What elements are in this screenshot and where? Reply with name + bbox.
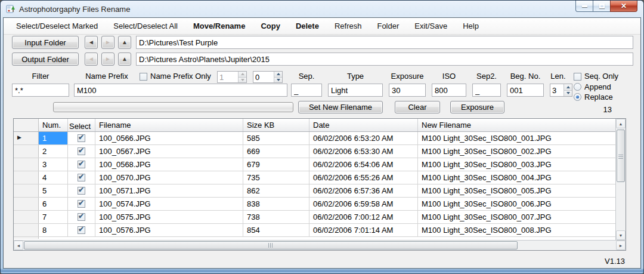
- cell-select[interactable]: [68, 171, 95, 184]
- menu-move-rename[interactable]: Move/Rename: [185, 19, 253, 33]
- menu-help[interactable]: Help: [455, 19, 487, 33]
- cell-date[interactable]: 06/02/2006 6:59:58 AM: [309, 198, 418, 210]
- cell-new-filename[interactable]: M100 Light_30Sec_ISO800_006.JPG: [418, 198, 615, 210]
- cell-new-filename[interactable]: M100 Light_30Sec_ISO800_004.JPG: [418, 171, 615, 184]
- menu-select-deselect-all[interactable]: Select/Deselect All: [106, 19, 185, 33]
- spinner-up-icon[interactable]: [564, 84, 572, 90]
- row-selector[interactable]: [14, 171, 39, 184]
- prefix-num1-spinner[interactable]: [217, 71, 247, 83]
- checkbox-checked-icon[interactable]: [78, 187, 85, 195]
- cell-date[interactable]: 06/02/2006 6:57:36 AM: [309, 184, 418, 197]
- output-up-button[interactable]: ▲: [118, 53, 131, 66]
- cell-filename[interactable]: 100_0568.JPG: [95, 158, 243, 171]
- horizontal-scrollbar[interactable]: ◄ ►: [14, 240, 626, 250]
- cell-select[interactable]: [68, 211, 95, 223]
- cell-size-kb[interactable]: 738: [243, 211, 309, 223]
- row-selector[interactable]: [14, 224, 39, 236]
- cell-new-filename[interactable]: M100 Light_30Sec_ISO800_001.JPG: [418, 132, 615, 144]
- replace-radio[interactable]: [574, 93, 581, 101]
- scroll-left-icon[interactable]: ◄: [14, 241, 23, 250]
- cell-new-filename[interactable]: M100 Light_30Sec_ISO800_002.JPG: [418, 145, 615, 158]
- cell-num[interactable]: 3: [39, 158, 68, 171]
- sep-input[interactable]: [291, 84, 322, 97]
- clear-button[interactable]: Clear: [395, 101, 440, 113]
- output-folder-path[interactable]: [136, 53, 633, 66]
- len-spinner[interactable]: [550, 84, 572, 97]
- beg-no-input[interactable]: [507, 84, 544, 97]
- cell-date[interactable]: 06/02/2006 7:01:14 AM: [309, 224, 418, 236]
- cell-new-filename[interactable]: M100 Light_30Sec_ISO800_005.JPG: [418, 184, 615, 197]
- scroll-down-icon[interactable]: ▼: [616, 230, 626, 240]
- type-input[interactable]: [328, 84, 383, 97]
- vertical-scroll-track[interactable]: [616, 128, 626, 230]
- cell-new-filename[interactable]: M100 Light_30Sec_ISO800_007.JPG: [418, 211, 615, 223]
- name-prefix-input[interactable]: [74, 84, 287, 97]
- cell-num[interactable]: 1: [39, 132, 68, 144]
- row-selector[interactable]: [14, 198, 39, 210]
- cell-filename[interactable]: 100_0571.JPG: [95, 184, 243, 197]
- spinner-down-icon[interactable]: [274, 77, 282, 83]
- cell-size-kb[interactable]: 585: [243, 132, 309, 144]
- menu-select-deselect-marked[interactable]: Select/Deselect Marked: [8, 19, 106, 33]
- maximize-button[interactable]: [593, 1, 611, 12]
- append-radio[interactable]: [574, 83, 581, 91]
- cell-num[interactable]: 7: [39, 211, 68, 223]
- checkbox-checked-icon[interactable]: [78, 161, 85, 168]
- scroll-up-icon[interactable]: ▲: [616, 119, 626, 128]
- cell-size-kb[interactable]: 838: [243, 198, 309, 210]
- minimize-button[interactable]: [575, 1, 593, 12]
- cell-filename[interactable]: 100_0576.JPG: [95, 224, 243, 236]
- cell-date[interactable]: 06/02/2006 6:53:20 AM: [309, 132, 418, 144]
- cell-date[interactable]: 06/02/2006 6:53:30 AM: [309, 145, 418, 158]
- vertical-scroll-thumb[interactable]: [617, 130, 625, 182]
- len-value[interactable]: [550, 84, 564, 96]
- cell-select[interactable]: [68, 158, 95, 171]
- checkbox-checked-icon[interactable]: [78, 213, 85, 221]
- input-folder-button[interactable]: Input Folder: [12, 36, 79, 49]
- prefix-num2-spinner[interactable]: [253, 71, 283, 83]
- checkbox-checked-icon[interactable]: [78, 174, 85, 181]
- cell-filename[interactable]: 100_0575.JPG: [95, 211, 243, 223]
- exposure-button[interactable]: Exposure: [450, 101, 504, 113]
- checkbox-checked-icon[interactable]: [78, 147, 85, 155]
- title-bar[interactable]: Astrophotorgaphy Files Rename ✕: [1, 1, 643, 17]
- header-select[interactable]: Select: [68, 119, 95, 131]
- output-folder-button[interactable]: Output Folder: [12, 53, 79, 66]
- cell-select[interactable]: [68, 198, 95, 210]
- cell-num[interactable]: 8: [39, 224, 68, 236]
- filter-input[interactable]: [12, 84, 69, 97]
- cell-select[interactable]: [68, 184, 95, 197]
- input-up-button[interactable]: ▲: [118, 36, 131, 49]
- row-selector[interactable]: [14, 158, 39, 171]
- input-back-button[interactable]: ◄: [85, 36, 98, 49]
- cell-filename[interactable]: 100_0567.JPG: [95, 145, 243, 158]
- output-back-button[interactable]: ◄: [85, 53, 98, 66]
- cell-num[interactable]: 4: [39, 171, 68, 184]
- cell-size-kb[interactable]: 679: [243, 158, 309, 171]
- cell-select[interactable]: [68, 224, 95, 236]
- cell-date[interactable]: 06/02/2006 6:54:06 AM: [309, 158, 418, 171]
- header-filename[interactable]: Filename: [95, 119, 243, 131]
- menu-exit-save[interactable]: Exit/Save: [407, 19, 455, 33]
- menu-folder[interactable]: Folder: [369, 19, 407, 33]
- cell-select[interactable]: [68, 145, 95, 158]
- checkbox-checked-icon[interactable]: [78, 226, 85, 234]
- header-date[interactable]: Date: [309, 119, 418, 131]
- sep2-input[interactable]: [472, 84, 501, 97]
- checkbox-checked-icon[interactable]: [78, 200, 85, 208]
- name-prefix-only-checkbox[interactable]: [140, 73, 147, 81]
- spinner-up-icon[interactable]: [239, 72, 246, 77]
- cell-size-kb[interactable]: 735: [243, 171, 309, 184]
- exposure-input[interactable]: [389, 84, 426, 97]
- cell-new-filename[interactable]: M100 Light_30Sec_ISO800_003.JPG: [418, 158, 615, 171]
- seq-only-checkbox[interactable]: [574, 73, 581, 81]
- header-num[interactable]: Num.: [39, 119, 68, 131]
- cell-size-kb[interactable]: 854: [243, 224, 309, 236]
- row-selector[interactable]: [14, 184, 39, 197]
- close-button[interactable]: ✕: [610, 1, 637, 12]
- scroll-right-icon[interactable]: ►: [616, 241, 626, 250]
- spinner-up-icon[interactable]: [274, 72, 282, 77]
- header-size-kb[interactable]: Size KB: [243, 119, 309, 131]
- output-forward-button[interactable]: ►: [101, 53, 114, 66]
- header-row-selector[interactable]: [14, 119, 39, 131]
